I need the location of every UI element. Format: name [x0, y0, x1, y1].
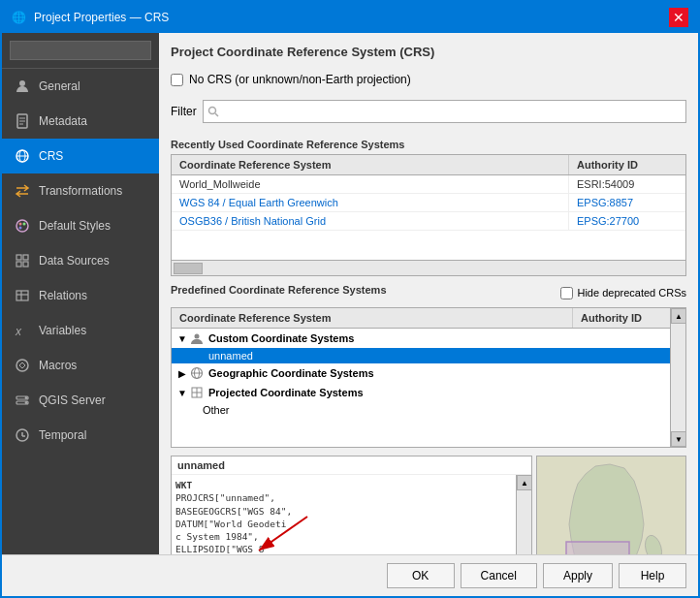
sidebar-item-general[interactable]: General	[2, 69, 159, 104]
expand-icon: ▶	[175, 368, 189, 379]
sidebar-item-label: Default Styles	[39, 219, 111, 233]
crs-name: OSGB36 / British National Grid	[172, 212, 569, 230]
tree-row-custom[interactable]: ▼ Custom Coordinate Systems	[172, 329, 670, 348]
tree-label: Other	[203, 404, 230, 416]
tree-row-unnamed[interactable]: unnamed	[172, 348, 670, 363]
pred-col-crs: Coordinate Reference System	[172, 308, 573, 328]
tree-label: Custom Coordinate Systems	[208, 332, 354, 344]
svg-rect-12	[16, 255, 21, 260]
recently-used-table-header: Coordinate Reference System Authority ID	[172, 155, 685, 175]
sidebar-item-label: QGIS Server	[39, 393, 106, 407]
tree-row-geographic[interactable]: ▶ Geographic Coordinate Systems	[172, 363, 670, 383]
scroll-up-btn[interactable]: ▲	[671, 308, 686, 324]
table-icon	[14, 287, 31, 304]
authority-id: ESRI:54009	[569, 175, 685, 193]
col-crs-header: Coordinate Reference System	[172, 155, 569, 174]
var-icon: x	[14, 322, 31, 339]
svg-point-23	[25, 397, 27, 399]
sidebar-item-macros[interactable]: Macros	[2, 348, 159, 383]
svg-rect-15	[23, 262, 28, 267]
svg-line-29	[215, 113, 218, 116]
sidebar-item-variables[interactable]: x Variables	[2, 313, 159, 348]
window-icon: 🌐	[12, 11, 26, 24]
sidebar-item-label: Macros	[39, 359, 77, 372]
predefined-table-scrollbar[interactable]: ▲ ▼	[670, 308, 685, 447]
sidebar-item-metadata[interactable]: Metadata	[2, 104, 159, 139]
predefined-header: Predefined Coordinate Reference Systems …	[171, 284, 686, 301]
sidebar-item-transformations[interactable]: Transformations	[2, 173, 159, 208]
tree-label: Projected Coordinate Systems	[208, 387, 364, 398]
wkt-name: unnamed	[172, 456, 531, 475]
authority-id: EPSG:27700	[569, 212, 685, 230]
apply-button[interactable]: Apply	[543, 563, 613, 588]
tree-row-projected[interactable]: ▼ Projected Coordinate Systems	[172, 383, 670, 402]
sidebar-item-crs[interactable]: CRS	[2, 139, 159, 173]
filter-label: Filter	[171, 105, 197, 118]
wkt-scroll-up[interactable]: ▲	[517, 475, 532, 490]
table-row[interactable]: OSGB36 / British National Grid EPSG:2770…	[172, 212, 685, 231]
macro-icon	[14, 357, 31, 374]
authority-id: EPSG:8857	[569, 194, 685, 211]
recently-used-scrollbar[interactable]	[172, 260, 685, 275]
hide-deprecated-row: Hide deprecated CRSs	[560, 287, 686, 299]
filter-row: Filter	[171, 100, 686, 123]
tree-label: Geographic Coordinate Systems	[208, 367, 374, 379]
svg-point-20	[16, 360, 28, 371]
sidebar-item-qgis-server[interactable]: QGIS Server	[2, 383, 159, 418]
predefined-section: Predefined Coordinate Reference Systems …	[171, 284, 686, 448]
crs-name: World_Mollweide	[172, 175, 569, 193]
sidebar-item-label: Temporal	[39, 428, 86, 442]
col-authority-header: Authority ID	[569, 155, 685, 174]
svg-point-28	[208, 108, 215, 114]
sidebar-search-input[interactable]	[10, 41, 151, 60]
table-row[interactable]: WGS 84 / Equal Earth Greenwich EPSG:8857	[172, 194, 685, 212]
clock-icon	[14, 426, 31, 444]
table-row[interactable]: World_Mollweide ESRI:54009	[172, 175, 685, 194]
tree-row-other[interactable]: Other	[172, 402, 670, 418]
no-crs-row: No CRS (or unknown/non-Earth projection)	[171, 73, 686, 86]
sidebar-item-label: Transformations	[39, 184, 122, 198]
crs-name: WGS 84 / Equal Earth Greenwich	[172, 194, 569, 211]
sidebar-item-relations[interactable]: Relations	[2, 278, 159, 313]
svg-rect-16	[16, 291, 28, 300]
tree-label: unnamed	[208, 350, 253, 362]
filter-input[interactable]	[219, 103, 682, 120]
help-button[interactable]: Help	[619, 563, 686, 588]
sidebar-item-temporal[interactable]: Temporal	[2, 418, 159, 453]
content-area: Project Coordinate Reference System (CRS…	[159, 33, 698, 554]
wkt-panel: unnamed WKT PROJCRS["unnamed", BASEGEOGC…	[171, 456, 532, 554]
pred-col-authority: Authority ID	[573, 308, 670, 328]
ok-button[interactable]: OK	[387, 563, 455, 588]
sidebar-item-default-styles[interactable]: Default Styles	[2, 208, 159, 243]
close-button[interactable]: ✕	[669, 8, 688, 27]
wkt-label: WKT	[175, 479, 512, 491]
sidebar-item-label: Data Sources	[39, 254, 110, 268]
expand-icon: ▼	[175, 333, 189, 344]
wkt-content: WKT PROJCRS["unnamed", BASEGEOGCRS["WGS …	[172, 475, 516, 554]
hide-deprecated-checkbox[interactable]	[560, 287, 573, 299]
doc-icon	[14, 112, 31, 130]
svg-point-30	[195, 334, 200, 339]
scroll-down-btn[interactable]: ▼	[671, 431, 686, 447]
no-crs-checkbox[interactable]	[171, 74, 183, 86]
svg-point-8	[16, 220, 28, 232]
title-bar: 🌐 Project Properties — CRS ✕	[2, 2, 698, 33]
globe2-icon	[189, 365, 205, 381]
sidebar-item-data-sources[interactable]: Data Sources	[2, 243, 159, 278]
svg-point-9	[19, 223, 22, 226]
sidebar-item-label: General	[39, 79, 80, 93]
grid-icon	[14, 252, 31, 269]
predefined-title: Predefined Coordinate Reference Systems	[171, 284, 387, 296]
sidebar-item-label: Variables	[39, 324, 86, 337]
sidebar-search-area	[2, 33, 159, 69]
wkt-scrollbar[interactable]: ▲ ▼	[516, 475, 531, 554]
recently-used-title: Recently Used Coordinate Reference Syste…	[171, 139, 686, 150]
sidebar-item-label: Relations	[39, 289, 87, 302]
person-icon	[14, 78, 31, 95]
globe-icon	[14, 147, 31, 165]
sidebar-item-label: Metadata	[39, 114, 87, 128]
svg-point-10	[23, 223, 26, 226]
server-icon	[14, 392, 31, 409]
cancel-button[interactable]: Cancel	[461, 563, 537, 588]
no-crs-label: No CRS (or unknown/non-Earth projection)	[189, 73, 411, 86]
